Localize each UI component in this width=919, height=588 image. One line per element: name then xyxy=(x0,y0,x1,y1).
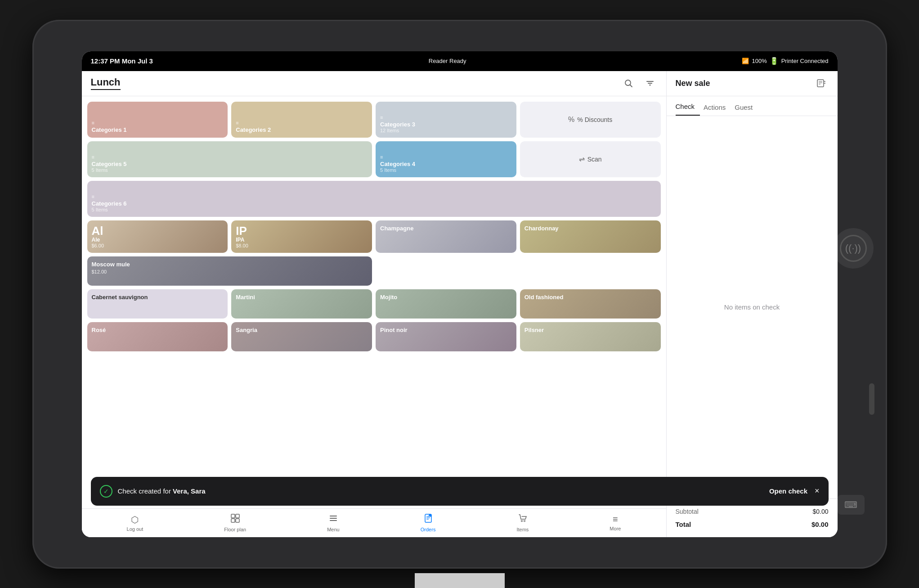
item-rose[interactable]: Rosé xyxy=(87,322,228,351)
item-champagne[interactable]: Champagne xyxy=(376,220,516,253)
ale-name: Ale xyxy=(92,237,224,243)
cat5-count: 5 Items xyxy=(92,167,368,173)
toast-left: ✓ Check created for Vera, Sara xyxy=(100,485,206,498)
oldf-name: Old fashioned xyxy=(525,294,656,301)
ipa-name: IPA xyxy=(236,237,368,243)
menu-nav-label: Menu xyxy=(327,527,340,532)
wifi-icon: 📶 xyxy=(742,58,749,64)
category-tile-1[interactable]: ≡ Categories 1 xyxy=(87,102,228,138)
cat3-icon: ≡ xyxy=(380,115,512,120)
search-button[interactable] xyxy=(621,76,636,90)
subtotal-value: $0.00 xyxy=(812,508,828,515)
nav-logout[interactable]: ⬡ Log out xyxy=(127,514,143,532)
item-mojito[interactable]: Mojito xyxy=(376,289,516,319)
item-pilsner[interactable]: Pilsner xyxy=(520,322,661,351)
rose-name: Rosé xyxy=(92,327,224,333)
status-right: 📶 100% 🔋 Printer Connected xyxy=(742,57,828,65)
category-tile-3[interactable]: ≡ Categories 3 12 Items xyxy=(376,102,516,138)
cat1-name: Categories 1 xyxy=(92,126,224,133)
item-moscow-mule[interactable]: Moscow mule $12.00 xyxy=(87,256,372,286)
item-empty-2 xyxy=(520,256,661,286)
filter-button[interactable] xyxy=(643,76,657,90)
svg-rect-4 xyxy=(649,85,651,85)
open-check-button[interactable]: Open check xyxy=(769,487,807,495)
mojito-name: Mojito xyxy=(380,294,512,301)
item-pinot-noir[interactable]: Pinot noir xyxy=(376,322,516,351)
item-ale[interactable]: Al Ale $6.00 xyxy=(87,220,228,253)
toast-notification: ✓ Check created for Vera, Sara Open chec… xyxy=(91,477,829,506)
item-sangria[interactable]: Sangria xyxy=(231,322,372,351)
items-label: Items xyxy=(516,527,529,532)
cat4-icon: ≡ xyxy=(380,154,512,160)
svg-rect-5 xyxy=(231,514,235,518)
reader-status: Reader Ready xyxy=(429,58,466,64)
device-frame: ((·)) ⌨ 12:37 PM Mon Jul 3 Reader Ready … xyxy=(32,20,887,569)
tab-check[interactable]: Check xyxy=(676,98,700,116)
svg-rect-11 xyxy=(330,520,337,521)
cat6-icon: ≡ xyxy=(92,194,656,199)
floorplan-label: Floor plan xyxy=(224,527,246,532)
cat3-count: 12 Items xyxy=(380,128,512,133)
total-row: Total $0.00 xyxy=(676,519,829,530)
svg-point-19 xyxy=(524,521,525,522)
nav-menu[interactable]: Menu xyxy=(327,513,340,532)
logout-icon: ⬡ xyxy=(131,514,139,525)
sangria-name: Sangria xyxy=(236,327,368,333)
item-old-fashioned[interactable]: Old fashioned xyxy=(520,289,661,319)
toast-close-button[interactable]: × xyxy=(815,486,820,496)
svg-rect-3 xyxy=(648,83,652,84)
scan-icon: ⇌ xyxy=(579,155,585,163)
svg-rect-8 xyxy=(236,519,239,522)
mule-price: $12.00 xyxy=(92,269,368,274)
main-content: Lunch xyxy=(82,71,838,537)
discounts-icon: % xyxy=(568,116,574,124)
nav-more[interactable]: ≡ More xyxy=(610,514,621,531)
right-header: New sale xyxy=(667,71,838,96)
check-tabs: Check Actions Guest xyxy=(667,96,838,116)
check-area: No items on check xyxy=(667,116,838,498)
new-check-button[interactable] xyxy=(814,76,829,90)
battery-icon: 🔋 xyxy=(770,57,779,65)
category-tile-2[interactable]: ≡ Categories 2 xyxy=(231,102,372,138)
item-martini[interactable]: Martini xyxy=(231,289,372,319)
item-chardonnay[interactable]: Chardonnay xyxy=(520,220,661,253)
new-sale-title: New sale xyxy=(676,79,710,88)
category-tile-4[interactable]: ≡ Categories 4 5 Items xyxy=(376,141,516,177)
mule-name: Moscow mule xyxy=(92,261,368,268)
nav-items[interactable]: Items xyxy=(516,513,529,532)
left-panel: Lunch xyxy=(82,71,667,537)
nav-floorplan[interactable]: Floor plan xyxy=(224,513,246,532)
item-cabernet[interactable]: Cabernet sauvignon xyxy=(87,289,228,319)
bottom-nav: ⬡ Log out Floor plan xyxy=(82,508,666,537)
svg-rect-7 xyxy=(231,519,235,522)
items-icon xyxy=(518,513,528,525)
discounts-label: % Discounts xyxy=(577,116,612,123)
device-screen: 12:37 PM Mon Jul 3 Reader Ready 📶 100% 🔋… xyxy=(82,51,838,537)
scan-tile[interactable]: ⇌ Scan xyxy=(520,141,661,177)
ale-price: $6.00 xyxy=(92,243,224,248)
more-label: More xyxy=(610,526,621,531)
cabernet-name: Cabernet sauvignon xyxy=(92,294,224,301)
cat1-icon: ≡ xyxy=(92,120,224,126)
svg-rect-2 xyxy=(646,81,654,82)
menu-icon xyxy=(328,513,338,525)
left-header: Lunch xyxy=(82,71,666,96)
category-tile-5[interactable]: ≡ Categories 5 5 Items xyxy=(87,141,372,177)
menu-title: Lunch xyxy=(91,76,121,90)
category-tile-6[interactable]: ≡ Categories 6 5 Items xyxy=(87,181,661,217)
total-label: Total xyxy=(676,521,691,528)
item-ipa[interactable]: IP IPA $8.00 xyxy=(231,220,372,253)
tab-guest[interactable]: Guest xyxy=(735,99,758,116)
svg-rect-9 xyxy=(330,516,337,516)
status-time: 12:37 PM Mon Jul 3 xyxy=(91,57,153,65)
nav-orders[interactable]: 1 Orders xyxy=(421,513,436,532)
cat2-icon: ≡ xyxy=(236,120,368,126)
nfc-reader: ((·)) xyxy=(833,228,874,269)
cat6-count: 5 Items xyxy=(92,207,656,212)
pilsner-name: Pilsner xyxy=(525,327,656,333)
svg-rect-6 xyxy=(236,514,239,518)
keyboard-button[interactable]: ⌨ xyxy=(838,495,865,515)
subtotal-row: Subtotal $0.00 xyxy=(676,506,829,517)
discounts-tile[interactable]: % % Discounts xyxy=(520,102,661,138)
tab-actions[interactable]: Actions xyxy=(704,99,731,116)
